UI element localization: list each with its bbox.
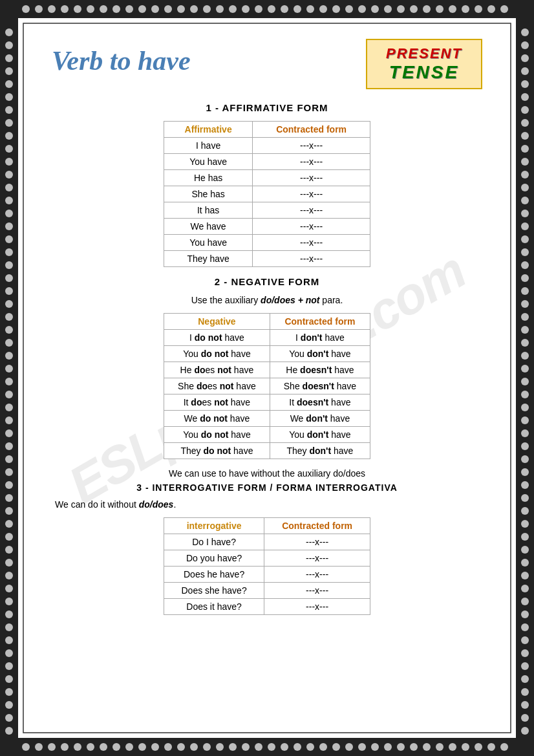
svg-point-55 [177, 743, 185, 751]
neg-col2-cell: We don't have [270, 411, 370, 427]
svg-point-163 [521, 378, 529, 385]
svg-point-30 [345, 5, 353, 13]
svg-point-131 [5, 675, 13, 683]
svg-point-91 [5, 158, 13, 166]
svg-point-22 [242, 5, 250, 13]
svg-point-161 [521, 352, 529, 360]
svg-point-75 [436, 743, 443, 751]
svg-point-154 [521, 261, 529, 269]
svg-point-170 [521, 468, 529, 476]
table-row: She has---x--- [164, 186, 370, 202]
table-row: We have---x--- [164, 219, 370, 235]
svg-point-122 [5, 559, 13, 567]
svg-point-138 [521, 54, 529, 62]
aff-col2-cell: ---x--- [253, 154, 370, 170]
svg-point-165 [521, 404, 529, 411]
table-row: He does not haveHe doesn't have [164, 362, 370, 378]
svg-point-6 [35, 5, 43, 13]
svg-point-142 [521, 106, 529, 114]
svg-point-174 [521, 520, 529, 528]
svg-point-160 [521, 339, 529, 347]
svg-point-13 [125, 5, 133, 13]
neg-col2-cell: She doesn't have [270, 378, 370, 394]
svg-point-179 [521, 585, 529, 592]
table-row: Do I have?---x--- [164, 534, 370, 550]
aff-col2-cell: ---x--- [253, 219, 370, 235]
svg-point-155 [521, 274, 529, 282]
svg-point-99 [5, 261, 13, 269]
table-row: They have---x--- [164, 251, 370, 267]
neg-col1-cell: They do not have [164, 443, 270, 459]
svg-point-27 [306, 5, 314, 13]
svg-point-29 [332, 5, 340, 13]
svg-point-95 [5, 210, 13, 217]
present-tense-line1: PRESENT [375, 45, 473, 62]
negative-table: Negative Contracted form I do not haveI … [164, 313, 370, 459]
svg-point-76 [449, 743, 456, 751]
svg-point-157 [521, 300, 529, 308]
table-row: She does not haveShe doesn't have [164, 378, 370, 394]
svg-point-118 [5, 507, 13, 515]
svg-point-121 [5, 546, 13, 554]
svg-point-97 [5, 235, 13, 243]
svg-point-110 [5, 404, 13, 411]
svg-point-78 [475, 743, 482, 751]
int-col2-cell: ---x--- [264, 567, 370, 583]
svg-point-149 [521, 197, 529, 204]
svg-point-71 [384, 743, 392, 751]
header-area: Verb to have PRESENT TENSE [52, 32, 482, 89]
svg-point-180 [521, 598, 529, 605]
neg-col2-cell: You don't have [270, 346, 370, 362]
aff-col1-cell: He has [164, 170, 253, 186]
svg-point-12 [112, 5, 120, 13]
svg-point-132 [5, 688, 13, 696]
svg-point-141 [521, 93, 529, 101]
int-col1-header: interrogative [164, 518, 264, 534]
svg-point-125 [5, 598, 13, 605]
section2-title: 2 - NEGATIVE FORM [52, 276, 482, 287]
svg-point-89 [5, 132, 13, 140]
svg-point-63 [281, 743, 288, 751]
svg-point-117 [5, 494, 13, 502]
svg-point-171 [521, 481, 529, 489]
svg-point-8 [61, 5, 69, 13]
svg-point-58 [216, 743, 224, 751]
svg-point-26 [294, 5, 301, 13]
aff-col2-cell: ---x--- [253, 186, 370, 202]
page-content: Verb to have PRESENT TENSE 1 - AFFIRMATI… [32, 19, 502, 637]
aff-col2-cell: ---x--- [253, 138, 370, 154]
neg-instruction-aux: do/does + not [261, 295, 319, 305]
svg-point-16 [164, 5, 172, 13]
int-col2-cell: ---x--- [264, 583, 370, 599]
svg-point-70 [371, 743, 379, 751]
svg-point-35 [410, 5, 418, 13]
svg-point-176 [521, 546, 529, 554]
neg-col1-cell: I do not have [164, 330, 270, 346]
aff-col1-cell: We have [164, 219, 253, 235]
svg-point-40 [475, 5, 482, 13]
svg-rect-3 [0, 18, 18, 738]
svg-point-156 [521, 287, 529, 295]
int-col2-cell: ---x--- [264, 534, 370, 550]
note-text: We can use to have without the auxiliary… [52, 468, 482, 479]
table-row: It does not haveIt doesn't have [164, 394, 370, 411]
svg-point-31 [358, 5, 366, 13]
svg-point-166 [521, 416, 529, 424]
svg-rect-0 [0, 0, 534, 18]
neg-col2-header: Contracted form [270, 314, 370, 330]
svg-point-86 [5, 93, 13, 101]
svg-point-43 [22, 743, 30, 751]
int-col1-cell: Does it have? [164, 599, 264, 615]
svg-point-54 [164, 743, 172, 751]
svg-point-189 [521, 714, 529, 722]
neg-col1-header: Negative [164, 314, 270, 330]
page-title: Verb to have [52, 45, 191, 76]
svg-point-147 [521, 171, 529, 178]
svg-point-83 [5, 54, 13, 62]
svg-rect-4 [516, 18, 534, 738]
svg-point-153 [521, 248, 529, 256]
svg-point-5 [22, 5, 30, 13]
int-col1-cell: Does she have? [164, 583, 264, 599]
svg-point-25 [281, 5, 288, 13]
int-col1-cell: Do I have? [164, 534, 264, 550]
